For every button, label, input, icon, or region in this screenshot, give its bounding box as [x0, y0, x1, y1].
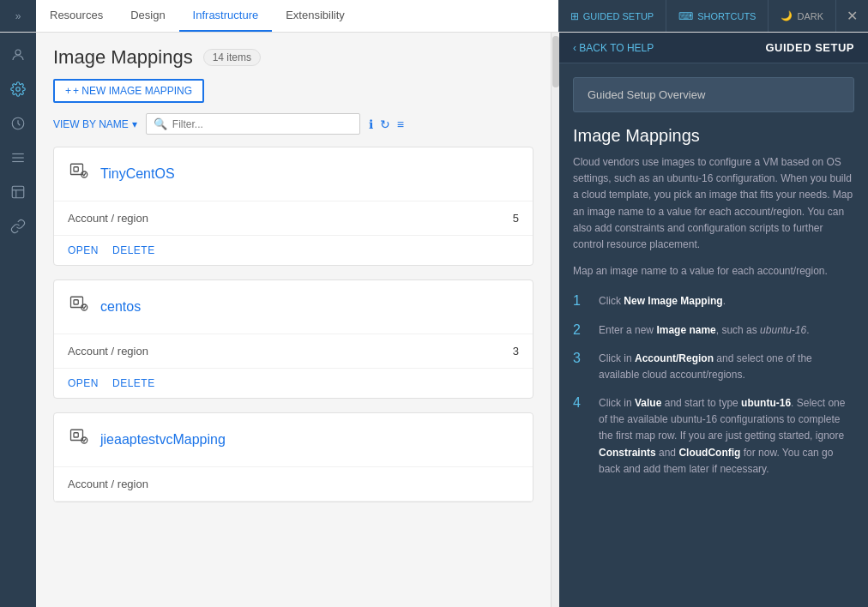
step-text-3: Click in Account/Region and select one o…	[599, 351, 854, 383]
dark-mode-button[interactable]: 🌙 DARK	[769, 0, 836, 32]
new-image-mapping-button[interactable]: + + NEW IMAGE MAPPING	[53, 79, 204, 103]
guided-setup-label: GUIDED SETUP	[583, 11, 654, 21]
card-body-jieaaptest: Account / region	[54, 467, 533, 502]
step-num-2: 2	[573, 322, 588, 339]
scrollbar[interactable]	[551, 33, 559, 607]
account-region-label-2: Account / region	[68, 478, 148, 490]
chevron-down-icon: ▾	[132, 118, 137, 130]
guided-setup-button[interactable]: ⊞ GUIDED SETUP	[558, 0, 667, 32]
gs-description: Cloud vendors use images to configure a …	[573, 154, 854, 253]
step-num-1: 1	[573, 293, 588, 310]
open-button-1[interactable]: OPEN	[68, 377, 99, 389]
shortcuts-icon: ⌨	[678, 10, 693, 22]
back-to-help-button[interactable]: ‹ BACK TO HELP	[573, 42, 654, 54]
items-badge: 14 items	[203, 49, 261, 66]
gs-overview-label: Guided Setup Overview	[588, 88, 705, 101]
moon-icon: 🌙	[781, 10, 793, 21]
delete-button-1[interactable]: DELETE	[112, 377, 155, 389]
open-button-0[interactable]: OPEN	[68, 244, 99, 256]
refresh-icon[interactable]: ↻	[380, 117, 390, 131]
scrollbar-thumb[interactable]	[552, 36, 559, 87]
step-num-3: 3	[573, 351, 588, 383]
guided-setup-panel: ‹ BACK TO HELP GUIDED SETUP Guided Setup…	[559, 33, 868, 607]
card-tinyCentOS: TinyCentOS Account / region 5 OPEN DELET…	[53, 147, 533, 266]
image-mapping-icon-2	[68, 425, 92, 454]
gs-panel-title: GUIDED SETUP	[765, 41, 854, 54]
sidebar-icon-settings[interactable]	[3, 74, 33, 105]
nav-resources[interactable]: Resources	[36, 0, 117, 32]
nav-design[interactable]: Design	[117, 0, 178, 32]
view-by-dropdown[interactable]: VIEW BY NAME ▾	[53, 118, 137, 130]
card-row-jieaaptest: Account / region	[68, 478, 519, 490]
info-icon[interactable]: ℹ	[369, 117, 373, 131]
sidebar-icon-chart[interactable]	[3, 177, 33, 207]
nav-infrastructure[interactable]: Infrastructure	[179, 0, 273, 32]
sidebar-icon-history[interactable]	[3, 108, 33, 139]
card-body-tinyCentOS: Account / region 5	[54, 201, 533, 236]
card-body-centos: Account / region 3	[54, 334, 533, 369]
card-row-centos: Account / region 3	[68, 345, 519, 358]
search-box[interactable]: 🔍	[146, 113, 360, 135]
search-input[interactable]	[172, 118, 353, 130]
account-region-value-0: 5	[513, 212, 519, 225]
gs-content: Guided Setup Overview Image Mappings Clo…	[559, 63, 868, 607]
gs-overview-box[interactable]: Guided Setup Overview	[573, 77, 854, 112]
top-nav: Resources Design Infrastructure Extensib…	[36, 0, 558, 32]
svg-point-1	[16, 87, 21, 92]
step-text-4: Click in Value and start to type ubuntu-…	[599, 395, 854, 478]
card-name-jieaaptest[interactable]: jieaaptestvcMapping	[100, 432, 226, 448]
card-row-tinyCentOS: Account / region 5	[68, 212, 519, 225]
gs-sub-description: Map an image name to a value for each ac…	[573, 263, 854, 279]
view-by-label: VIEW BY NAME	[53, 118, 129, 130]
svg-rect-9	[71, 164, 83, 174]
toolbar: VIEW BY NAME ▾ 🔍 ℹ ↻ ≡	[53, 113, 533, 135]
left-panel: Image Mappings 14 items + + NEW IMAGE MA…	[36, 33, 551, 607]
card-name-tinyCentOS[interactable]: TinyCentOS	[100, 166, 175, 182]
sidebar-icon-link[interactable]	[3, 211, 33, 242]
page-header: Image Mappings 14 items	[53, 46, 533, 69]
card-actions-centos: OPEN DELETE	[54, 369, 533, 398]
card-actions-tinyCentOS: OPEN DELETE	[54, 236, 533, 265]
gs-step-4: 4 Click in Value and start to type ubunt…	[573, 395, 854, 478]
step-num-4: 4	[573, 395, 588, 478]
gs-step-1: 1 Click New Image Mapping.	[573, 293, 854, 310]
sidebar-icon-list[interactable]	[3, 142, 33, 173]
shortcuts-label: SHORTCUTS	[697, 11, 756, 21]
sidebar-icon-users[interactable]	[3, 39, 33, 70]
page-title: Image Mappings	[53, 46, 193, 69]
gs-section-title: Image Mappings	[573, 126, 854, 146]
card-header-centos: centos	[54, 280, 533, 334]
gs-step-2: 2 Enter a new Image name, such as ubuntu…	[573, 322, 854, 339]
shortcuts-button[interactable]: ⌨ SHORTCUTS	[666, 0, 769, 32]
svg-point-0	[15, 50, 21, 55]
gs-step-3: 3 Click in Account/Region and select one…	[573, 351, 854, 383]
toolbar-icons: ℹ ↻ ≡	[369, 117, 404, 131]
close-button[interactable]: ✕	[836, 0, 868, 32]
new-button-label: + NEW IMAGE MAPPING	[73, 85, 192, 97]
image-mapping-icon-1	[68, 292, 92, 322]
step-text-2: Enter a new Image name, such as ubuntu-1…	[599, 322, 810, 339]
card-name-centos[interactable]: centos	[100, 299, 141, 315]
list-view-icon[interactable]: ≡	[397, 117, 404, 131]
sidebar-expand-icon[interactable]: »	[0, 0, 36, 32]
account-region-label-0: Account / region	[68, 212, 148, 225]
guided-setup-icon: ⊞	[570, 10, 579, 22]
card-centos: centos Account / region 3 OPEN DELETE	[53, 279, 533, 399]
svg-rect-6	[12, 186, 24, 198]
image-mapping-icon	[68, 159, 92, 189]
svg-rect-12	[71, 297, 83, 307]
account-region-value-1: 3	[513, 345, 519, 358]
sidebar	[0, 33, 36, 607]
plus-icon: +	[65, 85, 71, 97]
svg-rect-13	[74, 300, 78, 304]
card-jieaaptest: jieaaptestvcMapping Account / region	[53, 412, 533, 502]
gs-panel-header: ‹ BACK TO HELP GUIDED SETUP	[559, 33, 868, 63]
card-header-tinyCentOS: TinyCentOS	[54, 147, 533, 201]
svg-rect-10	[74, 167, 78, 171]
svg-rect-15	[71, 430, 83, 440]
delete-button-0[interactable]: DELETE	[112, 244, 155, 256]
nav-extensibility[interactable]: Extensibility	[272, 0, 359, 32]
card-header-jieaaptest: jieaaptestvcMapping	[54, 413, 533, 467]
dark-label: DARK	[797, 11, 823, 21]
search-icon: 🔍	[154, 117, 167, 130]
